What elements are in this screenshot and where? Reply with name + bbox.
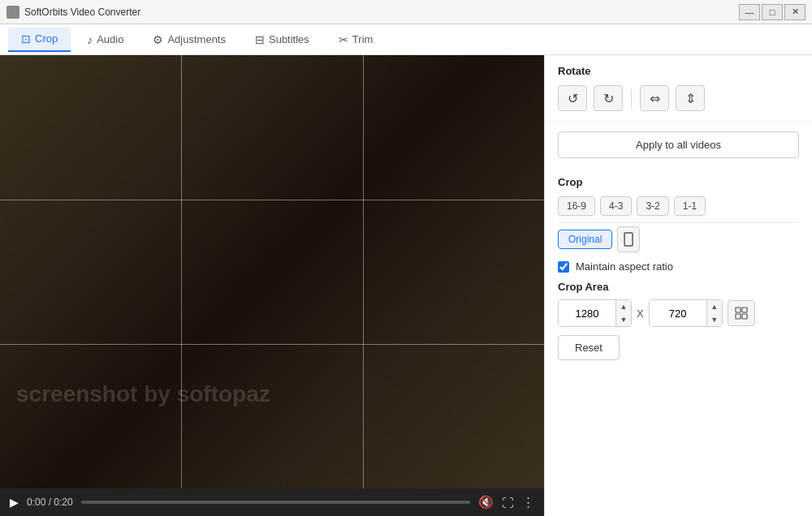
- crop-title: Crop: [558, 176, 799, 188]
- rotate-ccw-button[interactable]: ↺: [558, 85, 587, 111]
- rotate-controls: ↺ ↻ ⇔ ⇕: [558, 85, 799, 111]
- height-input-wrap: ▲ ▼: [649, 299, 723, 327]
- crop-inputs: ▲ ▼ X ▲ ▼: [558, 299, 799, 327]
- controls-separator: [631, 88, 632, 108]
- aspect-original-button[interactable]: Original: [558, 230, 612, 249]
- tab-audio[interactable]: ♪ Audio: [74, 28, 136, 51]
- flip-horizontal-button[interactable]: ⇔: [640, 85, 669, 111]
- crop-tab-icon: ⊡: [21, 32, 31, 45]
- crop-line-h1: [0, 200, 544, 200]
- mute-button[interactable]: 🔇: [478, 495, 494, 510]
- rotate-title: Rotate: [558, 65, 799, 77]
- adjustments-tab-icon: ⚙: [153, 33, 163, 46]
- maximize-button[interactable]: □: [762, 4, 783, 20]
- aspect-3-2-button[interactable]: 3-2: [637, 196, 668, 216]
- app-title: SoftOrbits Video Converter: [24, 6, 140, 18]
- more-options-button[interactable]: ⋮: [522, 495, 534, 510]
- minimize-button[interactable]: —: [739, 4, 760, 20]
- width-down-button[interactable]: ▼: [616, 313, 631, 326]
- crop-line-v2: [363, 55, 364, 488]
- crop-section: Crop 16-9 4-3 3-2 1-1 Original: [545, 168, 812, 368]
- height-input[interactable]: [650, 300, 706, 326]
- reset-button[interactable]: Reset: [558, 335, 620, 360]
- progress-bar[interactable]: [81, 501, 470, 504]
- tab-bar: ⊡ Crop ♪ Audio ⚙ Adjustments ⊟ Subtitles…: [0, 24, 812, 55]
- fullscreen-button[interactable]: ⛶: [502, 496, 514, 510]
- window-controls: — □ ✕: [739, 4, 806, 20]
- close-button[interactable]: ✕: [784, 4, 806, 20]
- x-separator: X: [637, 307, 644, 320]
- maintain-aspect-label: Maintain aspect ratio: [576, 260, 673, 273]
- video-controls: ▶ 0:00 / 0:20 🔇 ⛶ ⋮: [0, 488, 544, 516]
- tab-trim[interactable]: ✂ Trim: [326, 28, 387, 51]
- grid-icon: [735, 307, 748, 320]
- aspect-ratio-row2: Original: [558, 226, 799, 252]
- aspect-4-3-button[interactable]: 4-3: [600, 196, 632, 216]
- aspect-divider: [558, 222, 799, 223]
- play-button[interactable]: ▶: [10, 496, 19, 509]
- portrait-icon: [624, 232, 633, 247]
- crop-overlay: [0, 55, 544, 488]
- adjustments-tab-label: Adjustments: [167, 33, 226, 45]
- height-spinners: ▲ ▼: [706, 300, 722, 326]
- svg-rect-0: [624, 233, 633, 246]
- tab-adjustments[interactable]: ⚙ Adjustments: [140, 28, 239, 51]
- time-display: 0:00 / 0:20: [27, 497, 73, 508]
- rotate-section: Rotate ↺ ↻ ⇔ ⇕: [545, 55, 812, 122]
- title-bar: SoftOrbits Video Converter — □ ✕: [0, 0, 812, 24]
- svg-rect-3: [736, 314, 741, 319]
- crop-area-title: Crop Area: [558, 281, 799, 293]
- title-bar-left: SoftOrbits Video Converter: [6, 6, 140, 19]
- video-area: screenshot by softopaz: [0, 55, 544, 488]
- grid-icon-button[interactable]: [728, 300, 755, 326]
- svg-rect-1: [736, 307, 741, 312]
- height-down-button[interactable]: ▼: [707, 313, 722, 326]
- video-placeholder: screenshot by softopaz: [0, 55, 544, 488]
- tab-subtitles[interactable]: ⊟ Subtitles: [242, 28, 322, 51]
- svg-rect-2: [742, 307, 747, 312]
- aspect-16-9-button[interactable]: 16-9: [558, 196, 595, 216]
- flip-vertical-button[interactable]: ⇕: [676, 85, 705, 111]
- width-up-button[interactable]: ▲: [616, 300, 631, 313]
- subtitles-tab-label: Subtitles: [269, 33, 309, 45]
- audio-tab-label: Audio: [97, 33, 123, 45]
- trim-tab-icon: ✂: [339, 33, 348, 46]
- maintain-aspect-checkbox[interactable]: [558, 261, 569, 273]
- video-panel: screenshot by softopaz ▶ 0:00 / 0:20 🔇 ⛶…: [0, 55, 544, 516]
- subtitles-tab-icon: ⊟: [255, 33, 265, 46]
- width-input-wrap: ▲ ▼: [558, 299, 632, 327]
- height-up-button[interactable]: ▲: [707, 300, 722, 313]
- trim-tab-label: Trim: [352, 33, 374, 45]
- rotate-cw-button[interactable]: ↻: [594, 85, 623, 111]
- tab-crop[interactable]: ⊡ Crop: [8, 28, 71, 52]
- main-content: screenshot by softopaz ▶ 0:00 / 0:20 🔇 ⛶…: [0, 55, 812, 516]
- crop-line-h2: [0, 344, 544, 345]
- maintain-aspect-row: Maintain aspect ratio: [558, 260, 799, 273]
- crop-line-v1: [181, 55, 182, 488]
- aspect-portrait-button[interactable]: [617, 226, 640, 252]
- svg-rect-4: [742, 314, 747, 319]
- apply-all-button[interactable]: Apply to all videos: [558, 131, 799, 158]
- width-input[interactable]: [559, 300, 615, 326]
- audio-tab-icon: ♪: [87, 33, 93, 46]
- width-spinners: ▲ ▼: [615, 300, 631, 326]
- crop-tab-label: Crop: [35, 32, 58, 45]
- app-icon: [6, 6, 19, 19]
- aspect-1-1-button[interactable]: 1-1: [674, 196, 706, 216]
- aspect-ratio-row: 16-9 4-3 3-2 1-1: [558, 196, 799, 216]
- settings-panel: Rotate ↺ ↻ ⇔ ⇕ Apply to all videos Crop …: [544, 55, 812, 516]
